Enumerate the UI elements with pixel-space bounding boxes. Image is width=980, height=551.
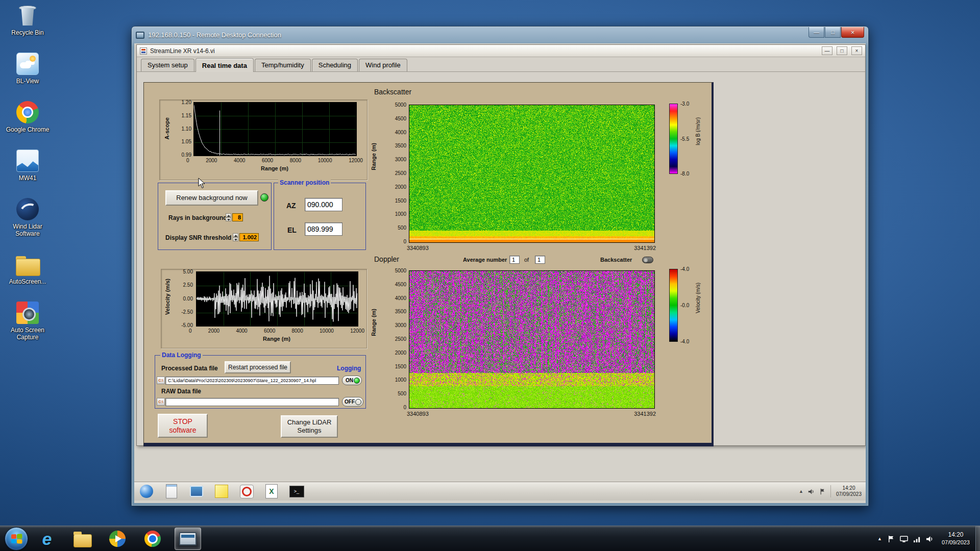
restart-processed-file-button[interactable]: Restart processed file [225,361,291,373]
display-icon[interactable] [900,535,908,543]
processed-logging-toggle[interactable]: ON [342,375,362,385]
terminal-icon[interactable] [288,484,305,499]
snr-threshold-value[interactable]: 1.002 [239,233,259,241]
notepad-icon[interactable] [163,484,180,499]
backscatter-colorbar [669,104,678,174]
backscatter-colorbar-label: log B (/m/sr) [695,117,701,145]
tick-label: 4000 [234,158,245,163]
rdp-icon[interactable] [175,528,201,550]
remote-volume-icon[interactable] [808,488,815,495]
average-number-input[interactable]: 1 [509,256,520,264]
streamline-window-title: StreamLine XR v14-6.vi [150,47,818,55]
tab-scheduling[interactable]: Scheduling [312,59,358,71]
close-button[interactable]: × [841,27,864,38]
network-icon[interactable] [188,484,205,499]
az-input[interactable]: 090.000 [305,198,342,211]
ascope-canvas [193,102,357,156]
network-icon[interactable] [913,535,921,543]
tick-label: 8000 [292,328,303,334]
processed-data-file-path[interactable]: C:\Lidar\Data\Proc\2023\202309\20230907\… [165,377,339,385]
drive-icon[interactable]: C:\ [157,377,165,384]
raw-data-file-path[interactable] [165,398,339,406]
show-desktop-button[interactable] [975,526,980,551]
power-icon[interactable] [238,484,255,499]
app-minimize-button[interactable]: — [822,46,832,55]
close-icon: × [851,29,855,36]
tick-label: 2000 [395,184,406,190]
ascope-y-axis-ticks: 1.201.151.101.050.99 [172,99,191,158]
browser-icon[interactable] [138,484,155,499]
change-lidar-settings-button[interactable]: Change LiDARSettings [281,415,338,438]
rdp-title-bar[interactable]: 192.168.0.150 - Remote Desktop Connectio… [132,27,868,43]
explorer-icon[interactable] [69,528,95,550]
drive-icon[interactable]: C:\ [157,398,165,406]
chrome-icon[interactable] [139,528,166,550]
tick-label: 12000 [350,328,364,334]
spreadsheet-icon[interactable] [263,484,280,499]
desktop-icon-label: AutoScreen... [9,278,46,285]
action-center-flag-icon[interactable] [887,535,895,543]
desktop-icon-mw41[interactable]: MW41 [3,149,52,182]
tick-label: 0 [403,405,406,410]
desktop-icon-auto-screen-capture[interactable]: Auto Screen Capture [3,302,52,341]
renew-background-button[interactable]: Renew background now [165,190,258,206]
host-clock[interactable]: 14:20 07/09/2023 [939,531,973,546]
remote-clock[interactable]: 14:20 07/09/2023 [830,485,862,497]
app-maximize-button[interactable]: □ [837,46,847,55]
tab-real-time-data[interactable]: Real time data [195,58,254,72]
tick-label: 1000 [395,211,406,217]
raw-logging-toggle[interactable]: OFF [342,397,363,407]
tick-label: 8000 [290,158,301,163]
desktop-icon-wind-lidar-software[interactable]: Wind Lidar Software [3,198,52,237]
tick-label: 4500 [395,282,406,287]
snr-spinner[interactable] [233,233,238,241]
background-controls-group: Renew background now Rays in background … [158,183,272,250]
tick-label: 500 [398,391,406,396]
host-taskbar: ▲ 14:20 07/09/2023 [0,525,980,551]
tick-label: 1500 [395,198,406,204]
rays-spinner[interactable] [226,213,231,221]
start-button[interactable] [5,527,28,550]
tick-label: 1.20 [182,99,191,105]
desktop-icon-autoscreen[interactable]: AutoScreen... [3,254,52,285]
notes-icon[interactable] [213,484,230,499]
desktop-icon-google-chrome[interactable]: Google Chrome [3,101,52,133]
tick-label: 6000 [262,158,273,163]
desktop-icon-recycle-bin[interactable]: Recycle Bin [3,4,52,36]
ie-icon[interactable] [34,528,60,550]
tab-system-setup[interactable]: System setup [141,59,194,71]
velocity-plot: Velocity (m/s) 5.002.500.00-2.50-5.00 02… [161,269,367,348]
tick-label: 3000 [395,157,406,162]
app-close-button[interactable]: × [851,46,862,55]
tick-label: -0.0 [680,303,689,308]
media-player-icon[interactable] [104,528,131,550]
tick-label: 1.15 [182,113,191,118]
tick-label: 0 [403,239,406,244]
backscatter-x-axis-labels: 3340893 3341392 [407,245,656,251]
velocity-x-axis-label: Range (m) [196,336,357,342]
minimize-button[interactable]: — [808,27,824,38]
stop-software-button[interactable]: STOPsoftware [158,414,208,438]
maximize-icon: □ [831,29,835,35]
tick-label: -5.00 [181,322,193,328]
streamline-title-bar[interactable]: StreamLine XR v14-6.vi — □ × [137,45,865,57]
desktop-icon-bl-view[interactable]: BL-View [3,53,52,85]
tick-label: 4000 [395,295,406,301]
average-of-input[interactable]: 1 [535,256,545,264]
remote-flag-icon[interactable] [819,488,826,495]
volume-icon[interactable] [926,535,934,543]
backscatter-x-start: 3340893 [407,245,429,251]
backscatter-toggle[interactable] [642,257,653,263]
tab-temp-humidity[interactable]: Temp/humidity [255,59,311,71]
remote-tray-expand-icon[interactable]: ▲ [799,489,803,494]
el-input[interactable]: 089.999 [305,222,342,236]
tick-label: 1.05 [182,139,191,144]
windows-flag-icon [11,534,22,543]
doppler-x-end: 3341392 [634,411,656,417]
maximize-button[interactable]: □ [825,27,841,38]
tray-expand-icon[interactable]: ▲ [877,536,882,541]
desktop-icon-label: Recycle Bin [11,29,43,36]
tab-wind-profile[interactable]: Wind profile [359,59,407,71]
rays-in-background-value[interactable]: 8 [232,213,243,221]
doppler-title: Doppler [374,255,399,263]
